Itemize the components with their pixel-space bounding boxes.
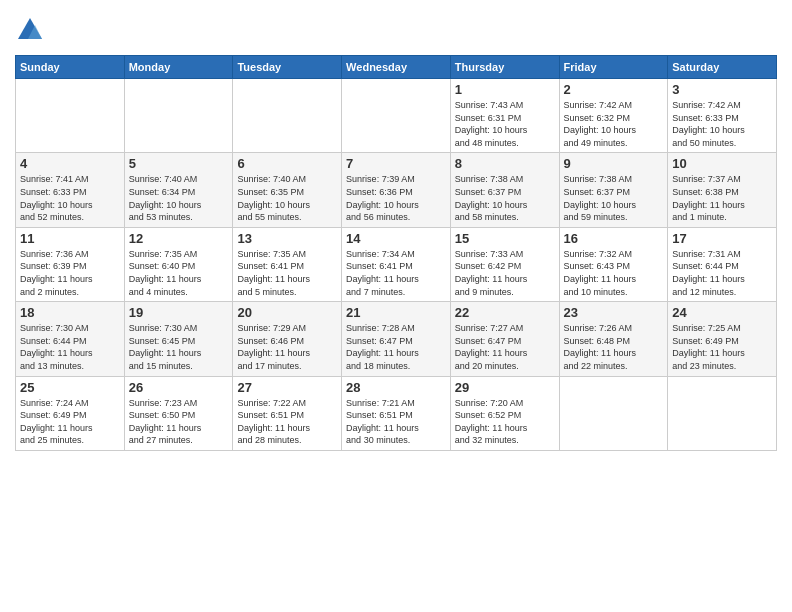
- calendar-week-row: 1Sunrise: 7:43 AM Sunset: 6:31 PM Daylig…: [16, 79, 777, 153]
- day-number: 28: [346, 380, 446, 395]
- day-number: 4: [20, 156, 120, 171]
- calendar-week-row: 4Sunrise: 7:41 AM Sunset: 6:33 PM Daylig…: [16, 153, 777, 227]
- calendar-day-cell: 18Sunrise: 7:30 AM Sunset: 6:44 PM Dayli…: [16, 302, 125, 376]
- calendar-day-cell: 15Sunrise: 7:33 AM Sunset: 6:42 PM Dayli…: [450, 227, 559, 301]
- day-info: Sunrise: 7:43 AM Sunset: 6:31 PM Dayligh…: [455, 99, 555, 149]
- day-number: 1: [455, 82, 555, 97]
- calendar-day-cell: 20Sunrise: 7:29 AM Sunset: 6:46 PM Dayli…: [233, 302, 342, 376]
- calendar-day-cell: 27Sunrise: 7:22 AM Sunset: 6:51 PM Dayli…: [233, 376, 342, 450]
- calendar-header-cell: Friday: [559, 56, 668, 79]
- calendar-header-row: SundayMondayTuesdayWednesdayThursdayFrid…: [16, 56, 777, 79]
- day-info: Sunrise: 7:26 AM Sunset: 6:48 PM Dayligh…: [564, 322, 664, 372]
- calendar-week-row: 11Sunrise: 7:36 AM Sunset: 6:39 PM Dayli…: [16, 227, 777, 301]
- calendar-day-cell: 11Sunrise: 7:36 AM Sunset: 6:39 PM Dayli…: [16, 227, 125, 301]
- calendar-header-cell: Wednesday: [342, 56, 451, 79]
- day-number: 27: [237, 380, 337, 395]
- day-info: Sunrise: 7:42 AM Sunset: 6:32 PM Dayligh…: [564, 99, 664, 149]
- day-info: Sunrise: 7:42 AM Sunset: 6:33 PM Dayligh…: [672, 99, 772, 149]
- day-info: Sunrise: 7:24 AM Sunset: 6:49 PM Dayligh…: [20, 397, 120, 447]
- day-info: Sunrise: 7:35 AM Sunset: 6:40 PM Dayligh…: [129, 248, 229, 298]
- calendar-day-cell: 29Sunrise: 7:20 AM Sunset: 6:52 PM Dayli…: [450, 376, 559, 450]
- calendar-week-row: 18Sunrise: 7:30 AM Sunset: 6:44 PM Dayli…: [16, 302, 777, 376]
- calendar-day-cell: 1Sunrise: 7:43 AM Sunset: 6:31 PM Daylig…: [450, 79, 559, 153]
- calendar-day-cell: 5Sunrise: 7:40 AM Sunset: 6:34 PM Daylig…: [124, 153, 233, 227]
- calendar-day-cell: [233, 79, 342, 153]
- calendar-day-cell: 12Sunrise: 7:35 AM Sunset: 6:40 PM Dayli…: [124, 227, 233, 301]
- calendar-day-cell: 9Sunrise: 7:38 AM Sunset: 6:37 PM Daylig…: [559, 153, 668, 227]
- day-number: 7: [346, 156, 446, 171]
- day-info: Sunrise: 7:38 AM Sunset: 6:37 PM Dayligh…: [564, 173, 664, 223]
- day-number: 9: [564, 156, 664, 171]
- calendar-day-cell: 26Sunrise: 7:23 AM Sunset: 6:50 PM Dayli…: [124, 376, 233, 450]
- day-info: Sunrise: 7:20 AM Sunset: 6:52 PM Dayligh…: [455, 397, 555, 447]
- logo: [15, 15, 49, 45]
- calendar-day-cell: 21Sunrise: 7:28 AM Sunset: 6:47 PM Dayli…: [342, 302, 451, 376]
- day-number: 14: [346, 231, 446, 246]
- day-info: Sunrise: 7:35 AM Sunset: 6:41 PM Dayligh…: [237, 248, 337, 298]
- day-number: 6: [237, 156, 337, 171]
- day-info: Sunrise: 7:27 AM Sunset: 6:47 PM Dayligh…: [455, 322, 555, 372]
- day-info: Sunrise: 7:30 AM Sunset: 6:45 PM Dayligh…: [129, 322, 229, 372]
- calendar-day-cell: [668, 376, 777, 450]
- calendar-day-cell: 14Sunrise: 7:34 AM Sunset: 6:41 PM Dayli…: [342, 227, 451, 301]
- calendar-day-cell: 17Sunrise: 7:31 AM Sunset: 6:44 PM Dayli…: [668, 227, 777, 301]
- day-number: 17: [672, 231, 772, 246]
- day-number: 20: [237, 305, 337, 320]
- day-number: 2: [564, 82, 664, 97]
- day-info: Sunrise: 7:25 AM Sunset: 6:49 PM Dayligh…: [672, 322, 772, 372]
- day-info: Sunrise: 7:21 AM Sunset: 6:51 PM Dayligh…: [346, 397, 446, 447]
- day-info: Sunrise: 7:38 AM Sunset: 6:37 PM Dayligh…: [455, 173, 555, 223]
- day-number: 10: [672, 156, 772, 171]
- calendar-day-cell: 24Sunrise: 7:25 AM Sunset: 6:49 PM Dayli…: [668, 302, 777, 376]
- calendar-day-cell: 3Sunrise: 7:42 AM Sunset: 6:33 PM Daylig…: [668, 79, 777, 153]
- calendar-day-cell: 7Sunrise: 7:39 AM Sunset: 6:36 PM Daylig…: [342, 153, 451, 227]
- calendar-day-cell: [342, 79, 451, 153]
- calendar: SundayMondayTuesdayWednesdayThursdayFrid…: [15, 55, 777, 451]
- calendar-day-cell: 4Sunrise: 7:41 AM Sunset: 6:33 PM Daylig…: [16, 153, 125, 227]
- day-info: Sunrise: 7:39 AM Sunset: 6:36 PM Dayligh…: [346, 173, 446, 223]
- day-info: Sunrise: 7:31 AM Sunset: 6:44 PM Dayligh…: [672, 248, 772, 298]
- day-number: 11: [20, 231, 120, 246]
- calendar-day-cell: [559, 376, 668, 450]
- calendar-day-cell: 2Sunrise: 7:42 AM Sunset: 6:32 PM Daylig…: [559, 79, 668, 153]
- day-info: Sunrise: 7:23 AM Sunset: 6:50 PM Dayligh…: [129, 397, 229, 447]
- day-info: Sunrise: 7:36 AM Sunset: 6:39 PM Dayligh…: [20, 248, 120, 298]
- calendar-day-cell: 16Sunrise: 7:32 AM Sunset: 6:43 PM Dayli…: [559, 227, 668, 301]
- day-number: 25: [20, 380, 120, 395]
- day-number: 23: [564, 305, 664, 320]
- day-number: 5: [129, 156, 229, 171]
- day-info: Sunrise: 7:37 AM Sunset: 6:38 PM Dayligh…: [672, 173, 772, 223]
- calendar-day-cell: 6Sunrise: 7:40 AM Sunset: 6:35 PM Daylig…: [233, 153, 342, 227]
- day-number: 29: [455, 380, 555, 395]
- day-number: 13: [237, 231, 337, 246]
- day-info: Sunrise: 7:40 AM Sunset: 6:34 PM Dayligh…: [129, 173, 229, 223]
- day-info: Sunrise: 7:40 AM Sunset: 6:35 PM Dayligh…: [237, 173, 337, 223]
- calendar-day-cell: 13Sunrise: 7:35 AM Sunset: 6:41 PM Dayli…: [233, 227, 342, 301]
- calendar-day-cell: 25Sunrise: 7:24 AM Sunset: 6:49 PM Dayli…: [16, 376, 125, 450]
- calendar-header-cell: Thursday: [450, 56, 559, 79]
- day-info: Sunrise: 7:28 AM Sunset: 6:47 PM Dayligh…: [346, 322, 446, 372]
- calendar-day-cell: 28Sunrise: 7:21 AM Sunset: 6:51 PM Dayli…: [342, 376, 451, 450]
- day-number: 24: [672, 305, 772, 320]
- day-info: Sunrise: 7:34 AM Sunset: 6:41 PM Dayligh…: [346, 248, 446, 298]
- day-info: Sunrise: 7:33 AM Sunset: 6:42 PM Dayligh…: [455, 248, 555, 298]
- day-number: 21: [346, 305, 446, 320]
- logo-icon: [15, 15, 45, 45]
- day-number: 18: [20, 305, 120, 320]
- calendar-day-cell: 19Sunrise: 7:30 AM Sunset: 6:45 PM Dayli…: [124, 302, 233, 376]
- day-info: Sunrise: 7:41 AM Sunset: 6:33 PM Dayligh…: [20, 173, 120, 223]
- calendar-day-cell: 10Sunrise: 7:37 AM Sunset: 6:38 PM Dayli…: [668, 153, 777, 227]
- calendar-day-cell: 8Sunrise: 7:38 AM Sunset: 6:37 PM Daylig…: [450, 153, 559, 227]
- page-header: [15, 15, 777, 45]
- calendar-header-cell: Tuesday: [233, 56, 342, 79]
- day-number: 15: [455, 231, 555, 246]
- day-number: 16: [564, 231, 664, 246]
- day-number: 3: [672, 82, 772, 97]
- calendar-day-cell: [16, 79, 125, 153]
- calendar-header-cell: Sunday: [16, 56, 125, 79]
- calendar-day-cell: 22Sunrise: 7:27 AM Sunset: 6:47 PM Dayli…: [450, 302, 559, 376]
- calendar-header-cell: Saturday: [668, 56, 777, 79]
- day-number: 8: [455, 156, 555, 171]
- calendar-header-cell: Monday: [124, 56, 233, 79]
- calendar-week-row: 25Sunrise: 7:24 AM Sunset: 6:49 PM Dayli…: [16, 376, 777, 450]
